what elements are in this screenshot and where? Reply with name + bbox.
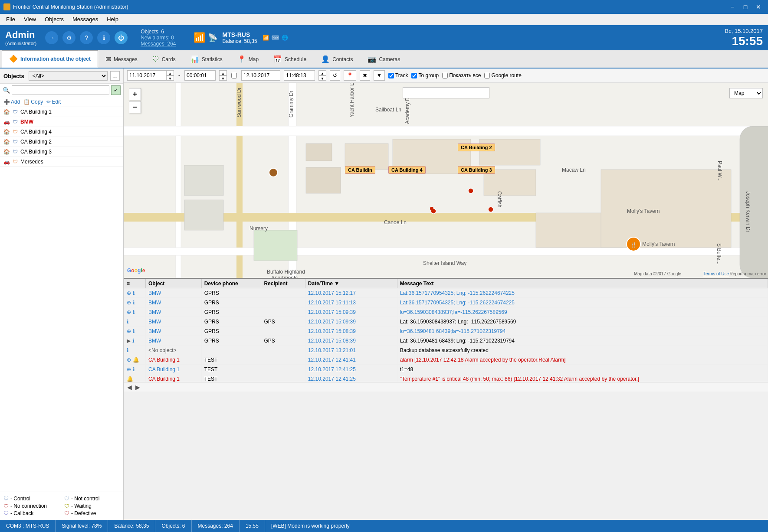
time-from-up-button[interactable]: ▲ bbox=[219, 70, 227, 75]
sidebar-search-input[interactable] bbox=[12, 85, 109, 95]
date-range-checkbox[interactable] bbox=[231, 73, 237, 78]
row-datetime: 12.10.2017 15:08:39 bbox=[305, 326, 397, 336]
minimize-button[interactable]: − bbox=[726, 1, 738, 13]
time-from-input[interactable] bbox=[184, 70, 216, 81]
sidebar-search-confirm-button[interactable]: ✓ bbox=[111, 85, 121, 95]
table-row[interactable]: ▶ ℹBMWGPRSGPS12.10.2017 15:08:39Lat: 36.… bbox=[124, 336, 768, 346]
cancel-button[interactable]: ✖ bbox=[360, 70, 370, 81]
google-route-checkbox[interactable] bbox=[484, 73, 490, 78]
zoom-in-button[interactable]: + bbox=[129, 88, 141, 100]
list-item[interactable]: 🏠 🛡 CA Building 2 bbox=[0, 137, 123, 147]
col-datetime[interactable]: Date/Time ▼ bbox=[305, 279, 397, 288]
list-item[interactable]: 🚗 🛡 Mersedes bbox=[0, 157, 123, 167]
map-type-select[interactable]: Map Satellite Terrain bbox=[729, 88, 763, 98]
map-search-input[interactable] bbox=[403, 87, 489, 98]
row-recipient bbox=[261, 288, 305, 298]
map-terms[interactable]: Terms of Use bbox=[703, 271, 729, 276]
table-row[interactable]: 🔔CA Building 1TEST12.10.2017 12:41:25"Te… bbox=[124, 374, 768, 382]
power-icon[interactable]: ⏻ bbox=[115, 31, 128, 44]
svg-text:Paul W...: Paul W... bbox=[717, 161, 723, 182]
menu-objects[interactable]: Objects bbox=[40, 15, 68, 23]
settings-icon[interactable]: ⚙ bbox=[62, 31, 75, 44]
row-recipient bbox=[261, 326, 305, 336]
row-phone: GPRS bbox=[201, 326, 261, 336]
sidebar-filter-more-button[interactable]: … bbox=[110, 71, 120, 81]
time-to-down-button[interactable]: ▼ bbox=[318, 75, 326, 81]
row-recipient bbox=[261, 346, 305, 355]
map-report[interactable]: Report a map error bbox=[730, 271, 766, 276]
menu-file[interactable]: File bbox=[2, 15, 20, 23]
tab-cameras[interactable]: 📷 Cameras bbox=[360, 50, 407, 68]
tab-contacts[interactable]: 👤 Contacts bbox=[314, 50, 360, 68]
object-shield-icon: 🛡 bbox=[13, 129, 18, 135]
col-object[interactable]: Object bbox=[146, 279, 202, 288]
logout-icon[interactable]: → bbox=[45, 31, 58, 44]
add-object-button[interactable]: ➕ Add bbox=[3, 99, 20, 105]
col-recipient[interactable]: Recipient bbox=[261, 279, 305, 288]
row-phone: GPRS bbox=[201, 336, 261, 346]
to-group-checkbox[interactable] bbox=[411, 73, 417, 78]
messages-count[interactable]: Messages: 264 bbox=[141, 41, 176, 47]
list-item[interactable]: 🏠 🛡 CA Building 1 bbox=[0, 107, 123, 117]
map-container[interactable]: Academy Dr Yacht Harbor Dr Grammy Dr Sun… bbox=[124, 83, 768, 278]
tab-information[interactable]: 🔶 Information about the object bbox=[2, 50, 98, 68]
time-from-down-button[interactable]: ▼ bbox=[219, 75, 227, 81]
map-type-dropdown[interactable]: Map Satellite Terrain bbox=[729, 88, 763, 98]
table-row[interactable]: ⊕ ℹBMWGPRS12.10.2017 15:11:13Lat:36.1571… bbox=[124, 298, 768, 307]
table-row[interactable]: ⊕ ℹBMWGPRS12.10.2017 15:12:17Lat:36.1571… bbox=[124, 288, 768, 298]
list-item[interactable]: 🏠 🛡 CA Building 3 bbox=[0, 147, 123, 157]
location-button[interactable]: 📍 bbox=[344, 70, 356, 81]
sidebar-filter-select[interactable]: <All>ActiveInactive bbox=[29, 71, 108, 81]
list-item[interactable]: 🏠 🛡 CA Building 4 bbox=[0, 127, 123, 137]
menu-messages[interactable]: Messages bbox=[68, 15, 102, 23]
new-alarms[interactable]: New alarms: 0 bbox=[141, 35, 176, 41]
time-to-input[interactable] bbox=[284, 70, 315, 81]
tab-map[interactable]: 📍 Map bbox=[230, 50, 266, 68]
table-row[interactable]: ⊕ ℹBMWGPRS12.10.2017 15:08:39lo=36.15904… bbox=[124, 326, 768, 336]
date-from-input[interactable] bbox=[127, 70, 166, 81]
column-menu-icon[interactable]: ≡ bbox=[127, 281, 130, 287]
show-all-checkbox[interactable] bbox=[442, 73, 448, 78]
marker-ca-building-4[interactable]: CA Building 4 bbox=[388, 166, 426, 174]
legend-defective: 🛡 - Defective bbox=[64, 510, 120, 516]
filter-button[interactable]: ▼ bbox=[374, 70, 385, 81]
tab-cards[interactable]: 🛡 Cards bbox=[145, 50, 183, 68]
track-checkbox[interactable] bbox=[388, 73, 394, 78]
marker-ca-building-2[interactable]: CA Building 2 bbox=[458, 144, 495, 151]
datetime-block: Вс, 15.10.2017 15:55 bbox=[725, 28, 763, 48]
menu-help[interactable]: Help bbox=[102, 15, 123, 23]
scroll-left-button[interactable]: ◀ bbox=[125, 384, 134, 391]
col-device-phone[interactable]: Device phone bbox=[201, 279, 261, 288]
legend-not-control-label: - Not control bbox=[71, 496, 99, 502]
col-message-text[interactable]: Message Text bbox=[397, 279, 768, 288]
row-object: BMW bbox=[146, 336, 202, 346]
tab-schedule[interactable]: 📅 Schedule bbox=[266, 50, 314, 68]
tab-messages[interactable]: ✉ Messages bbox=[98, 50, 145, 68]
table-row[interactable]: ⊕ ℹCA Building 1TEST12.10.2017 12:41:25t… bbox=[124, 365, 768, 374]
restore-button[interactable]: □ bbox=[739, 1, 752, 13]
time-to-up-button[interactable]: ▲ bbox=[318, 70, 326, 75]
marker-ca-building-1[interactable]: CA Buildin bbox=[345, 166, 375, 174]
date-to-input[interactable] bbox=[241, 70, 280, 81]
refresh-button[interactable]: ↺ bbox=[330, 70, 340, 81]
zoom-out-button[interactable]: − bbox=[129, 101, 141, 113]
edit-object-button[interactable]: ✏ Edit bbox=[46, 99, 61, 105]
close-button[interactable]: ✕ bbox=[752, 1, 765, 13]
legend-defective-icon: 🛡 bbox=[64, 510, 69, 516]
date-from-down-button[interactable]: ▼ bbox=[166, 75, 174, 81]
table-row[interactable]: ℹ<No object>12.10.2017 13:21:01Backup da… bbox=[124, 346, 768, 355]
menu-view[interactable]: View bbox=[20, 15, 40, 23]
marker-ca-building-3[interactable]: CA Building 3 bbox=[458, 166, 495, 174]
scroll-right-button[interactable]: ▶ bbox=[134, 384, 142, 391]
table-row[interactable]: ⊕ 🔔CA Building 1TEST12.10.2017 12:41:41a… bbox=[124, 355, 768, 365]
date-from-up-button[interactable]: ▲ bbox=[166, 70, 174, 75]
to-group-checkbox-label: To group bbox=[411, 72, 439, 78]
table-row[interactable]: ⊕ ℹBMWGPRS12.10.2017 15:09:39lo=36.15903… bbox=[124, 307, 768, 317]
list-item[interactable]: 🚗 🛡 BMW bbox=[0, 117, 123, 127]
copy-object-button[interactable]: 📋 Copy bbox=[23, 99, 43, 105]
row-phone: TEST bbox=[201, 365, 261, 374]
help-icon[interactable]: ? bbox=[80, 31, 93, 44]
tab-statistics[interactable]: 📊 Statistics bbox=[183, 50, 230, 68]
info-icon[interactable]: ℹ bbox=[97, 31, 110, 44]
table-row[interactable]: ℹBMWGPRSGPS12.10.2017 15:09:39Lat: 36.15… bbox=[124, 317, 768, 326]
